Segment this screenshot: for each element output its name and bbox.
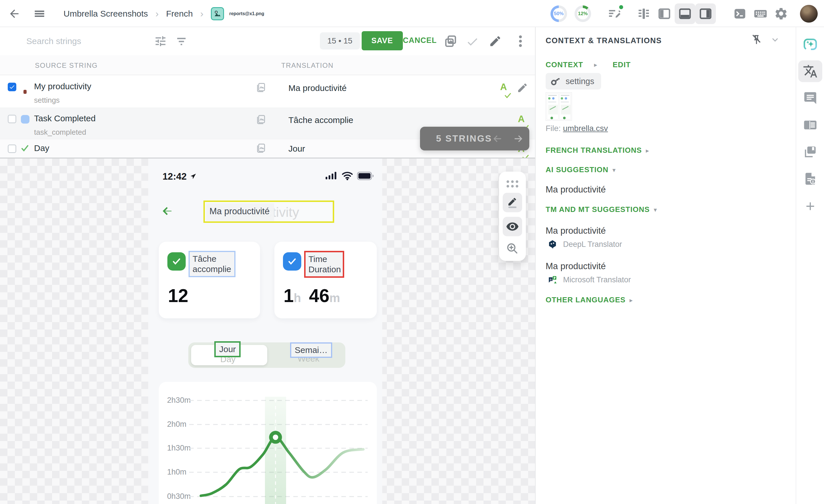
- screenshot-indicator-icon[interactable]: [255, 114, 267, 125]
- preview-tools: [499, 172, 526, 261]
- segment-label-highlight[interactable]: Semai…: [290, 342, 332, 358]
- screenshot-thumbnail[interactable]: [546, 92, 572, 121]
- duplicate-icon[interactable]: [443, 34, 458, 48]
- phone-back-icon: [160, 205, 175, 218]
- collapse-chevron-icon[interactable]: [771, 37, 779, 42]
- breadcrumb-file[interactable]: reports@x1.png: [211, 7, 264, 20]
- save-button[interactable]: SAVE: [362, 31, 403, 51]
- card-label-highlight[interactable]: Time Duration Time Duration: [304, 251, 344, 278]
- productivity-chart: 2h30m 2h0m 1h30m 1h0m 0h30m: [159, 382, 377, 504]
- ai-sparkle-icon[interactable]: [798, 33, 822, 55]
- row-checkbox[interactable]: [8, 144, 16, 153]
- next-arrow-icon[interactable]: [512, 133, 525, 144]
- row-checkbox[interactable]: [8, 115, 16, 123]
- row-checkbox-checked[interactable]: [8, 83, 16, 91]
- provider-name: Microsoft Translator: [563, 276, 631, 284]
- translation-string[interactable]: Jour: [288, 144, 305, 154]
- table-row[interactable]: My productivity settings Ma productivité…: [0, 75, 535, 108]
- prev-arrow-icon[interactable]: [491, 133, 504, 144]
- drag-dots-icon[interactable]: [506, 180, 519, 188]
- progress-ring-green[interactable]: 12%: [575, 5, 591, 22]
- source-cell: Task Completed task_completed: [34, 114, 96, 137]
- file-link[interactable]: umbrella.csv: [563, 124, 608, 133]
- zoom-in-icon[interactable]: [506, 242, 519, 255]
- search-input[interactable]: Search strings: [26, 36, 81, 46]
- duration-value: 1h 46m: [284, 285, 340, 306]
- translation-string[interactable]: Ma productivité: [288, 83, 346, 93]
- progress-counter: 15 • 15: [320, 32, 360, 49]
- section-other-languages[interactable]: OTHER LANGUAGES▸: [546, 296, 633, 304]
- status-time: 12:42: [163, 171, 197, 182]
- tm-suggestion-text[interactable]: Ma productivité: [546, 226, 606, 236]
- svg-text:a: a: [550, 278, 552, 281]
- progress-ring-green-value: 12%: [577, 8, 589, 19]
- string-key: task_completed: [34, 128, 96, 137]
- deepl-icon: [548, 239, 557, 249]
- source-string: Task Completed: [34, 114, 96, 123]
- key-chip[interactable]: settings: [546, 73, 601, 90]
- breadcrumb-language[interactable]: French: [166, 9, 193, 19]
- editor-main: Search strings 15 • 15 SAVE CANCEL: [0, 27, 536, 504]
- chevron-down-icon: ▾: [613, 167, 616, 174]
- table-header: SOURCE STRING TRANSLATION: [0, 55, 535, 75]
- collection-icon[interactable]: [798, 141, 822, 163]
- context-tabs: CONTEXT ▸ EDIT: [546, 60, 631, 69]
- check-icon[interactable]: [466, 35, 479, 48]
- breadcrumb-project[interactable]: Umbrella Screenshots: [64, 9, 148, 19]
- plus-icon[interactable]: [798, 195, 822, 217]
- source-cell: Day: [34, 143, 49, 153]
- card-label-highlight[interactable]: Task Completed Tâche accomplie: [189, 251, 235, 277]
- panel-left-icon[interactable]: [654, 3, 675, 24]
- microsoft-translator-icon: a: [548, 275, 557, 285]
- columns-icon[interactable]: [633, 3, 654, 24]
- translate-icon[interactable]: [798, 60, 822, 82]
- gear-icon[interactable]: [771, 3, 791, 24]
- avatar[interactable]: [800, 5, 818, 23]
- tune-icon[interactable]: [154, 34, 167, 48]
- section-french-translations[interactable]: FRENCH TRANSLATIONS▸: [546, 146, 649, 155]
- filter-icon[interactable]: [175, 35, 188, 48]
- card-label-translation: Time Duration: [308, 254, 341, 274]
- panel-title: CONTEXT & TRANSLATIONS: [546, 36, 662, 45]
- edit-link[interactable]: EDIT: [613, 60, 631, 69]
- file-reference: File: umbrella.csv: [546, 124, 608, 133]
- column-translation: TRANSLATION: [281, 62, 334, 70]
- cancel-button[interactable]: CANCEL: [401, 36, 439, 45]
- pencil-icon[interactable]: [489, 34, 502, 48]
- title-highlight-box[interactable]: My productivity Ma productivité: [203, 201, 334, 223]
- title-translation: Ma productivité: [206, 203, 274, 221]
- document-info-icon[interactable]: [798, 168, 822, 190]
- keyboard-icon[interactable]: [750, 3, 771, 24]
- chevron-right-icon: ▸: [594, 61, 597, 69]
- thumb-screen: [559, 94, 571, 120]
- screenshot-indicator-icon[interactable]: [255, 82, 267, 93]
- card-view-icon[interactable]: [798, 114, 822, 136]
- pin-icon[interactable]: [750, 33, 763, 46]
- battery-icon: [357, 172, 374, 180]
- screenshot-indicator-icon[interactable]: [255, 143, 267, 154]
- compose-icon[interactable]: [607, 6, 622, 21]
- draw-icon[interactable]: [503, 193, 522, 212]
- back-icon[interactable]: [8, 7, 21, 20]
- source-string: My productivity: [34, 82, 91, 91]
- eye-icon[interactable]: [503, 217, 522, 236]
- tab-context[interactable]: CONTEXT: [546, 60, 583, 69]
- panel-bottom-icon[interactable]: [675, 3, 695, 24]
- task-check-icon: [167, 252, 186, 271]
- comment-icon[interactable]: [798, 87, 822, 109]
- terminal-icon[interactable]: [730, 3, 750, 24]
- section-tm-mt[interactable]: TM AND MT SUGGESTIONS▾: [546, 205, 657, 214]
- breadcrumb: Umbrella Screenshots › French › reports@…: [0, 0, 264, 27]
- screenshot-preview[interactable]: 12:42 My productivity Ma productivité: [0, 158, 535, 504]
- more-icon[interactable]: [514, 34, 527, 48]
- translation-string[interactable]: Tâche accomplie: [288, 115, 353, 125]
- tm-suggestion-text[interactable]: Ma productivité: [546, 261, 606, 272]
- edit-translation-icon[interactable]: [517, 82, 528, 94]
- segment-label-highlight[interactable]: Jour: [214, 341, 241, 357]
- panel-right-icon[interactable]: [695, 3, 716, 24]
- progress-ring-blue-value: 50%: [553, 8, 564, 19]
- progress-ring-blue[interactable]: 50%: [550, 5, 567, 22]
- section-ai-suggestion[interactable]: AI SUGGESTION▾: [546, 165, 616, 174]
- ai-suggestion-text[interactable]: Ma productivité: [546, 185, 606, 195]
- menu-icon[interactable]: [33, 7, 46, 20]
